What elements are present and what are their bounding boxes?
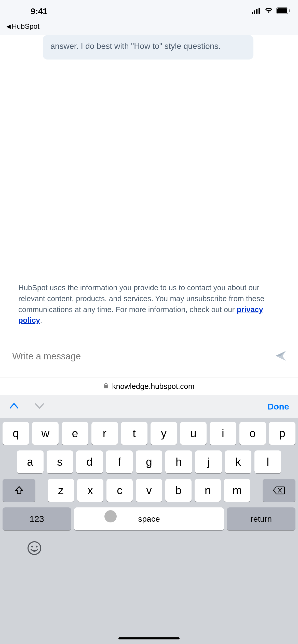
key-f[interactable]: f bbox=[106, 450, 133, 473]
key-backspace[interactable] bbox=[263, 479, 295, 502]
keyboard-bottom-row bbox=[3, 536, 295, 574]
key-r[interactable]: r bbox=[91, 422, 118, 445]
key-123[interactable]: 123 bbox=[3, 507, 71, 530]
disclosure-text: HubSpot uses the information you provide… bbox=[0, 273, 298, 335]
key-j[interactable]: j bbox=[195, 450, 222, 473]
key-n[interactable]: n bbox=[195, 479, 221, 502]
key-w[interactable]: w bbox=[32, 422, 59, 445]
key-i[interactable]: i bbox=[210, 422, 236, 445]
back-label: HubSpot bbox=[12, 22, 39, 31]
key-c[interactable]: c bbox=[106, 479, 133, 502]
key-b[interactable]: b bbox=[165, 479, 192, 502]
back-triangle-icon: ◀ bbox=[6, 23, 11, 30]
keyboard-row-1: q w e r t y u i o p bbox=[3, 422, 295, 445]
address-bar[interactable]: knowledge.hubspot.com bbox=[0, 377, 298, 395]
key-e[interactable]: e bbox=[62, 422, 88, 445]
status-time: 9:41 bbox=[31, 6, 47, 16]
back-to-app[interactable]: ◀ HubSpot bbox=[6, 22, 39, 31]
key-q[interactable]: q bbox=[3, 422, 29, 445]
cellular-icon bbox=[252, 8, 261, 15]
done-button[interactable]: Done bbox=[267, 402, 289, 412]
field-nav bbox=[9, 402, 45, 411]
keyboard-accessory: Done bbox=[0, 395, 298, 418]
svg-rect-3 bbox=[259, 8, 260, 14]
keyboard: q w e r t y u i o p a s d f g h j k l bbox=[0, 418, 298, 644]
key-return[interactable]: return bbox=[227, 507, 295, 530]
svg-rect-6 bbox=[289, 9, 290, 12]
keyboard-row-2: a s d f g h j k l bbox=[3, 450, 295, 473]
svg-rect-7 bbox=[104, 385, 108, 388]
keyboard-row-4: 123 space return bbox=[3, 507, 295, 530]
key-k[interactable]: k bbox=[225, 450, 252, 473]
svg-rect-2 bbox=[256, 9, 258, 14]
bot-message-text: answer. I do best with "How to" style qu… bbox=[50, 41, 221, 51]
disclosure-after: . bbox=[40, 316, 42, 324]
svg-point-8 bbox=[28, 542, 41, 554]
svg-rect-1 bbox=[254, 10, 255, 14]
send-icon[interactable] bbox=[275, 350, 287, 363]
home-indicator[interactable] bbox=[118, 637, 180, 639]
key-shift[interactable] bbox=[3, 479, 35, 502]
emoji-button[interactable] bbox=[27, 540, 42, 556]
status-indicators bbox=[252, 7, 290, 15]
bot-message-bubble: answer. I do best with "How to" style qu… bbox=[43, 35, 253, 60]
key-d[interactable]: d bbox=[76, 450, 103, 473]
keyboard-row-3: z x c v b n m bbox=[3, 479, 295, 502]
svg-point-9 bbox=[31, 546, 33, 548]
key-o[interactable]: o bbox=[239, 422, 266, 445]
key-space[interactable]: space bbox=[74, 507, 224, 530]
key-x[interactable]: x bbox=[77, 479, 103, 502]
svg-rect-5 bbox=[277, 8, 287, 13]
composer bbox=[0, 335, 298, 377]
key-g[interactable]: g bbox=[136, 450, 162, 473]
key-p[interactable]: p bbox=[269, 422, 295, 445]
chat-area[interactable]: answer. I do best with "How to" style qu… bbox=[0, 35, 298, 273]
wifi-icon bbox=[264, 8, 273, 15]
next-field-button[interactable] bbox=[34, 402, 45, 411]
prev-field-button[interactable] bbox=[9, 402, 19, 411]
svg-rect-0 bbox=[252, 12, 253, 14]
key-a[interactable]: a bbox=[17, 450, 44, 473]
svg-point-10 bbox=[36, 546, 38, 548]
touch-indicator bbox=[104, 510, 117, 522]
disclosure-before: HubSpot uses the information you provide… bbox=[18, 283, 264, 314]
key-v[interactable]: v bbox=[136, 479, 162, 502]
breadcrumb-row: ◀ HubSpot bbox=[0, 22, 298, 35]
battery-icon bbox=[276, 7, 290, 15]
lock-icon bbox=[103, 383, 109, 390]
key-m[interactable]: m bbox=[224, 479, 250, 502]
key-l[interactable]: l bbox=[254, 450, 281, 473]
key-y[interactable]: y bbox=[151, 422, 177, 445]
status-bar: 9:41 bbox=[0, 0, 298, 22]
key-t[interactable]: t bbox=[121, 422, 147, 445]
key-h[interactable]: h bbox=[165, 450, 192, 473]
key-s[interactable]: s bbox=[47, 450, 73, 473]
key-z[interactable]: z bbox=[48, 479, 74, 502]
message-input[interactable] bbox=[12, 351, 275, 362]
url-text: knowledge.hubspot.com bbox=[112, 382, 195, 391]
key-u[interactable]: u bbox=[180, 422, 207, 445]
